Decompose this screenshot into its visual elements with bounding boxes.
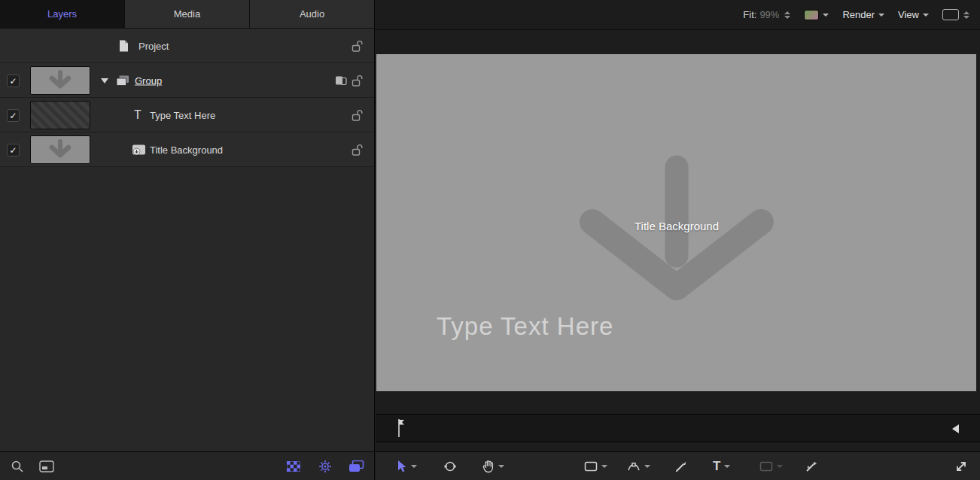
layers-panel: Layers Media Audio Project: [0, 0, 375, 480]
canvas[interactable]: Title Background Type Text Here: [376, 54, 976, 391]
channels-menu[interactable]: [804, 10, 829, 20]
chevron-down-icon: [777, 465, 783, 468]
bezier-icon: [627, 460, 641, 472]
chevron-down-icon: [923, 14, 929, 17]
expand-view-button[interactable]: [954, 452, 968, 480]
chevron-down-icon: [878, 14, 884, 17]
lock-icon[interactable]: [352, 143, 363, 156]
mask-rectangle-icon: [759, 461, 773, 472]
mask-tool[interactable]: [759, 452, 783, 480]
edit-points-tool[interactable]: [443, 452, 457, 480]
project-row[interactable]: Project: [0, 29, 374, 63]
mini-timeline[interactable]: [376, 414, 980, 442]
text-tool-icon: T: [713, 459, 720, 474]
color-swatch-icon: [804, 10, 819, 20]
play-range-start-marker[interactable]: [397, 418, 406, 441]
chevron-down-icon: [411, 465, 417, 468]
layer-thumbnail: [30, 66, 90, 95]
chevron-down-icon: [644, 465, 650, 468]
lock-icon[interactable]: [352, 108, 363, 121]
rectangle-shape-tool[interactable]: [584, 452, 607, 480]
fit-label: Fit:: [743, 9, 756, 20]
lock-icon[interactable]: [352, 74, 363, 87]
tab-audio-label: Audio: [300, 8, 324, 20]
visibility-checkbox[interactable]: ✓: [7, 74, 20, 87]
stepper-icon: [963, 11, 969, 19]
pan-hand-tool[interactable]: [482, 452, 504, 480]
blend-indicator-icon: [335, 75, 347, 85]
text-object[interactable]: Type Text Here: [437, 312, 613, 341]
stepper-icon[interactable]: [784, 11, 790, 19]
zoom-value: 99%: [759, 9, 779, 20]
view-menu[interactable]: View: [898, 9, 929, 20]
text-layer-icon: T: [134, 108, 142, 122]
project-label: Project: [138, 40, 169, 51]
display-layout-control[interactable]: [942, 9, 969, 20]
background-layer-label: Title Background: [150, 144, 223, 155]
adjust-glyph-tool[interactable]: [805, 452, 818, 480]
check-glyph: ✓: [9, 111, 17, 120]
viewer-panel: Fit: 99% Render View: [376, 0, 980, 480]
zoom-fit-control[interactable]: Fit: 99%: [743, 9, 790, 20]
chevron-down-icon: [601, 465, 607, 468]
panel-bottom-bar: [0, 451, 374, 480]
select-tool[interactable]: [396, 452, 417, 480]
group-icon: [116, 74, 129, 86]
play-range-end-marker[interactable]: [952, 424, 959, 433]
group-label: Group: [135, 74, 162, 86]
search-icon[interactable]: [11, 460, 24, 473]
layer-row-text[interactable]: ✓ T Type Text Here: [0, 98, 374, 132]
title-background-object[interactable]: Title Background: [635, 220, 719, 232]
display-icon: [942, 9, 959, 20]
render-menu-label: Render: [842, 9, 875, 20]
rectangle-icon: [584, 461, 598, 472]
paint-stroke-icon: [675, 460, 687, 472]
layer-row-background[interactable]: ✓ Title Background: [0, 132, 374, 167]
tab-layers-label: Layers: [47, 8, 77, 20]
hand-icon: [482, 460, 495, 473]
edit-points-icon: [443, 460, 457, 473]
check-glyph: ✓: [9, 146, 17, 155]
tab-layers[interactable]: Layers: [0, 0, 125, 28]
cursor-arrow-icon: [396, 460, 407, 473]
disclosure-triangle-icon[interactable]: [101, 78, 108, 84]
layer-list: Project ✓ Group: [0, 29, 374, 167]
image-layer-icon: [132, 144, 146, 155]
chevron-down-icon: [823, 14, 829, 17]
gear-icon[interactable]: [318, 460, 332, 473]
lock-icon[interactable]: [352, 39, 363, 52]
layer-thumbnail: [30, 135, 90, 164]
tools-toolbar: T: [376, 451, 980, 480]
sparkle-line-icon: [805, 460, 818, 472]
text-layer-label: Type Text Here: [150, 109, 215, 120]
layer-thumbnail: [30, 101, 90, 129]
expand-arrows-icon: [954, 460, 968, 473]
bezier-tool[interactable]: [627, 452, 650, 480]
visibility-checkbox[interactable]: ✓: [7, 144, 20, 156]
check-glyph: ✓: [9, 77, 17, 86]
chevron-down-icon: [724, 465, 730, 468]
motion-app-window: Layers Media Audio Project: [0, 0, 980, 480]
view-menu-label: View: [898, 9, 919, 20]
letterbox-icon[interactable]: [39, 460, 54, 472]
tab-audio[interactable]: Audio: [250, 0, 374, 28]
viewer-toolbar: Fit: 99% Render View: [376, 0, 980, 30]
render-menu[interactable]: Render: [842, 9, 884, 20]
text-tool[interactable]: T: [713, 452, 730, 480]
paint-stroke-tool[interactable]: [675, 452, 687, 480]
chevron-down-icon: [498, 465, 504, 468]
document-icon: [118, 39, 129, 52]
panel-tabs: Layers Media Audio: [0, 0, 374, 29]
checkerboard-icon[interactable]: [287, 461, 300, 472]
tab-media-label: Media: [174, 8, 200, 20]
visibility-checkbox[interactable]: ✓: [7, 109, 20, 122]
layers-toggle-icon[interactable]: [348, 460, 364, 472]
tab-media[interactable]: Media: [125, 0, 250, 28]
layer-row-group[interactable]: ✓ Group: [0, 63, 374, 98]
